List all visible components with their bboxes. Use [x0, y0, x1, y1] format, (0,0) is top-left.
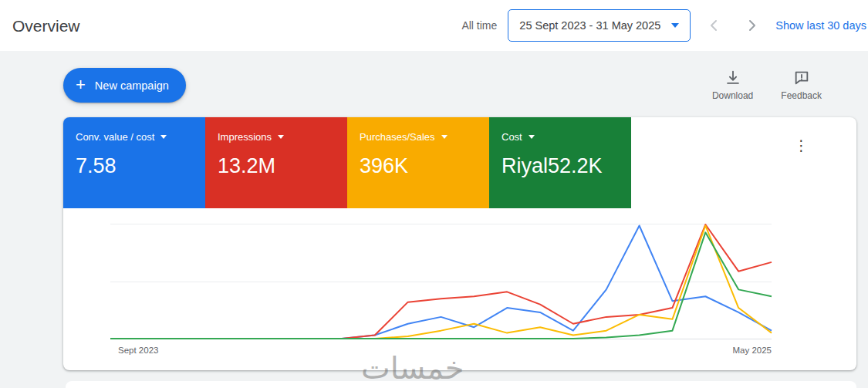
- caret-down-icon: [671, 23, 679, 28]
- caret-down-icon: [529, 135, 535, 139]
- x-axis-start-label: Sept 2023: [118, 346, 158, 355]
- metric-value: 396K: [360, 154, 477, 178]
- more-options-button[interactable]: ⋮: [794, 137, 809, 155]
- next-period-button[interactable]: [738, 12, 765, 39]
- metric-label: Conv. value / cost: [76, 131, 154, 143]
- feedback-icon: [793, 69, 810, 86]
- download-icon: [724, 69, 741, 86]
- caret-down-icon: [441, 135, 448, 139]
- feedback-label: Feedback: [781, 90, 822, 101]
- metric-label: Purchases/Sales: [360, 131, 435, 143]
- metric-tile-conv-value-cost[interactable]: Conv. value / cost 7.58: [63, 117, 205, 208]
- card-actions: Download Feedback: [712, 69, 822, 101]
- metric-value: Riyal52.2K: [502, 154, 619, 178]
- metric-value: 13.2M: [218, 154, 335, 178]
- show-last-30-days-link[interactable]: Show last 30 days: [775, 19, 866, 32]
- metric-tile-impressions[interactable]: Impressions 13.2M: [205, 117, 347, 208]
- overview-card: Conv. value / cost 7.58 Impressions 13.2…: [63, 117, 856, 370]
- chevron-left-icon: [705, 16, 724, 35]
- page-title: Overview: [12, 17, 80, 35]
- previous-period-button[interactable]: [701, 12, 728, 39]
- download-button[interactable]: Download: [712, 69, 753, 101]
- caret-down-icon: [160, 135, 167, 139]
- chevron-right-icon: [742, 16, 761, 35]
- metric-tile-cost[interactable]: Cost Riyal52.2K: [489, 117, 631, 208]
- new-campaign-label: New campaign: [95, 79, 169, 92]
- feedback-button[interactable]: Feedback: [781, 69, 822, 101]
- new-campaign-button[interactable]: + New campaign: [63, 68, 186, 103]
- date-controls: All time 25 Sept 2023 - 31 May 2025 Show…: [461, 0, 866, 51]
- download-label: Download: [712, 90, 753, 101]
- date-range-value: 25 Sept 2023 - 31 May 2025: [519, 19, 660, 32]
- chart-lines: [110, 224, 772, 339]
- top-bar: Overview All time 25 Sept 2023 - 31 May …: [0, 0, 868, 51]
- metric-tile-purchases-sales[interactable]: Purchases/Sales 396K: [347, 117, 489, 208]
- metric-label: Cost: [502, 131, 522, 143]
- metric-label: Impressions: [218, 131, 272, 143]
- date-range-selector[interactable]: 25 Sept 2023 - 31 May 2025: [508, 9, 691, 42]
- caret-down-icon: [278, 135, 284, 139]
- range-label: All time: [461, 19, 497, 32]
- metric-value: 7.58: [76, 154, 193, 178]
- site-watermark: خمسات: [361, 350, 464, 386]
- x-axis-end-label: May 2025: [732, 346, 772, 355]
- plus-icon: +: [76, 76, 86, 93]
- metric-tiles: Conv. value / cost 7.58 Impressions 13.2…: [63, 117, 856, 208]
- overview-page: Overview All time 25 Sept 2023 - 31 May …: [0, 0, 868, 388]
- overview-chart: [110, 224, 772, 339]
